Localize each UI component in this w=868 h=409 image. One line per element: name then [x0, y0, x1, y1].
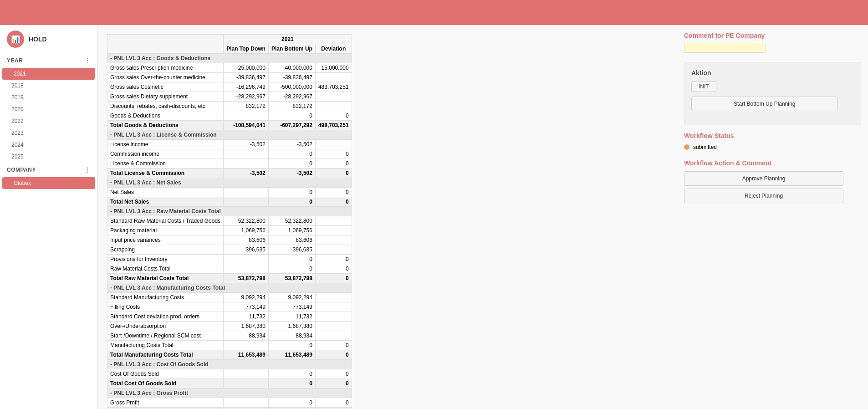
table-row: License & Commission00 [107, 159, 352, 169]
comment-section: Comment for PE Company [684, 32, 861, 53]
table-row: Standard Raw Material Costs / Traded Goo… [107, 216, 352, 226]
right-panel: Comment for PE Company Aktion INIT Start… [677, 25, 868, 409]
logo-circle: 📊 [7, 31, 24, 48]
table-row: Cost Of Goods Sold00 [107, 369, 352, 379]
top-bar [0, 0, 868, 25]
workflow-action-section: Workflow Action & Comment Approve Planni… [684, 159, 861, 203]
aktion-title: Aktion [691, 69, 854, 77]
year-2019[interactable]: 2019 [0, 92, 97, 103]
year-2018[interactable]: 2018 [0, 80, 97, 92]
status-dot [684, 144, 689, 150]
table-row: Total Gross Profit00 [107, 408, 352, 409]
app-logo: 📊 HOLD [0, 25, 97, 53]
table-section-header: - PNL LVL 3 Acc : Net Sales [107, 178, 352, 188]
table-section-header: - PNL LVL 3 Acc : Gross Profit [107, 389, 352, 398]
year-section-header: Year ⋮ [0, 53, 97, 68]
approve-planning-button[interactable]: Approve Planning [684, 171, 843, 186]
year-2024[interactable]: 2024 [0, 139, 97, 151]
table-row: Gross sales Prescription medicine-25,000… [107, 63, 352, 73]
table-year-header: 2021 [224, 35, 352, 44]
company-section-header: Company ⋮ [0, 163, 97, 177]
comment-title: Comment for PE Company [684, 32, 861, 39]
table-row: Filling Costs773,149773,149 [107, 302, 352, 312]
year-2021[interactable]: 2021 [2, 68, 95, 80]
content-area: 2021 Plan Top Down Plan Bottom Up Deviat… [98, 25, 677, 409]
company-menu-dots[interactable]: ⋮ [84, 166, 91, 174]
status-value: submitted [693, 144, 717, 150]
table-row: Total Raw Material Costs Total53,872,798… [107, 274, 352, 283]
company-globex[interactable]: Globex [2, 177, 95, 189]
table-row: Raw Material Costs Total00 [107, 264, 352, 274]
company-label: Company [7, 167, 36, 173]
reject-planning-button[interactable]: Reject Planning [684, 189, 843, 203]
table-row: Packaging material1,069,7561,069,756 [107, 226, 352, 235]
workflow-action-title: Workflow Action & Comment [684, 159, 861, 167]
table-row: Net Sales00 [107, 188, 352, 197]
year-menu-dots[interactable]: ⋮ [84, 57, 91, 64]
table-row: Total Goods & Deductions-108,594,041-607… [107, 121, 352, 130]
table-row: Over-/Underabsorption1,687,3801,687,380 [107, 322, 352, 331]
app-title: HOLD [29, 36, 47, 43]
year-2023[interactable]: 2023 [0, 127, 97, 139]
table-row: Start-/Downtime / Regional SCM cost88,93… [107, 331, 352, 341]
workflow-status-title: Workflow Status [684, 132, 861, 139]
table-row: Goods & Deductions00 [107, 111, 352, 121]
table-section-header: - PNL LVL 3 Acc : License & Commission [107, 130, 352, 140]
chart-icon: 📊 [11, 35, 20, 44]
year-2020[interactable]: 2020 [0, 103, 97, 115]
table-row: Gross Profit00 [107, 398, 352, 408]
col-plan-bottom-up: Plan Bottom Up [268, 44, 315, 54]
col-deviation: Deviation [315, 44, 352, 54]
table-section-header: - PNL LVL 3 Acc : Raw Material Costs Tot… [107, 207, 352, 216]
status-badge: submitted [684, 144, 861, 150]
table-row: Gross sales Over-the-counter medicine-39… [107, 73, 352, 82]
init-badge: INIT [691, 81, 716, 92]
company-name: Globex [14, 180, 31, 186]
table-row: Provisions for Inventory00 [107, 255, 352, 264]
col-plan-top-down: Plan Top Down [224, 44, 269, 54]
table-row: Gross sales Cosmetic-16,296,749-500,000,… [107, 82, 352, 92]
year-label: Year [7, 57, 23, 64]
table-row: Total Manufacturing Costs Total11,653,48… [107, 350, 352, 360]
table-row: Manufacturing Costs Total00 [107, 341, 352, 350]
table-row: Discounts, rebates, cash-discounts, etc.… [107, 102, 352, 111]
year-2025[interactable]: 2025 [0, 151, 97, 163]
table-row: License income-3,502-3,502 [107, 140, 352, 149]
table-row: Gross sales Dietary supplement-28,292,96… [107, 92, 352, 102]
table-row: Total Net Sales00 [107, 197, 352, 207]
table-row: Total Cost Of Goods Sold00 [107, 379, 352, 389]
table-row: Total License & Commission-3,502-3,5020 [107, 169, 352, 178]
sidebar: 📊 HOLD Year ⋮ 2021 2018 2019 2020 2022 2… [0, 25, 98, 409]
table-row: Standard Cost deviation prod. orders11,7… [107, 312, 352, 322]
table-row: Commission income00 [107, 149, 352, 159]
table-row: Scrapping396,635396,635 [107, 245, 352, 255]
comment-input[interactable] [684, 43, 766, 53]
table-section-header: - PNL LVL 3 Acc : Goods & Deductions [107, 54, 352, 63]
workflow-status-section: Workflow Status submitted [684, 132, 861, 150]
aktion-section: Aktion INIT Start Bottom Up Planning [684, 62, 861, 125]
table-row: Input price variances83,60683,606 [107, 235, 352, 245]
table-section-header: - PNL LVL 3 Acc : Cost Of Goods Sold [107, 360, 352, 369]
table-section-header: - PNL LVL 3 Acc : Manufacturing Costs To… [107, 283, 352, 293]
table-row: Standard Manufacturing Costs9,092,2949,0… [107, 293, 352, 302]
table-empty-header [107, 35, 224, 54]
year-2022[interactable]: 2022 [0, 115, 97, 127]
data-table: 2021 Plan Top Down Plan Bottom Up Deviat… [107, 34, 352, 409]
start-bottom-up-button[interactable]: Start Bottom Up Planning [691, 97, 837, 111]
